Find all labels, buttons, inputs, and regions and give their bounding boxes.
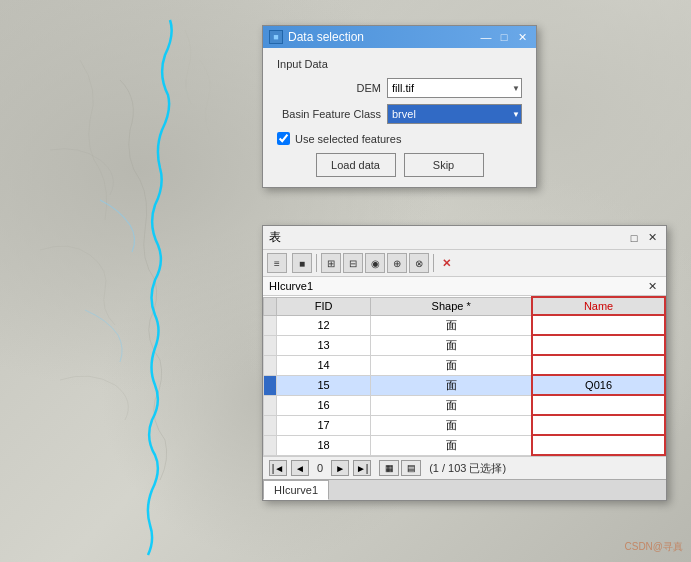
table-row[interactable]: 13 面 [264, 335, 666, 355]
dem-row: DEM fill.tif ▼ [277, 78, 522, 98]
minimize-button[interactable]: — [478, 30, 494, 44]
dialog-body: Input Data DEM fill.tif ▼ Basin Feature … [263, 48, 536, 187]
basin-select-wrapper: brvel ▼ [387, 104, 522, 124]
shape-13: 面 [371, 335, 532, 355]
input-data-label: Input Data [277, 58, 522, 70]
table-row[interactable]: 17 面 [264, 415, 666, 435]
toolbar-icon-4[interactable]: ⊟ [343, 253, 363, 273]
use-selected-row: Use selected features [277, 132, 522, 145]
nav-next-button[interactable]: ► [331, 460, 349, 476]
table-title: 表 [269, 229, 281, 246]
fid-17: 17 [277, 415, 371, 435]
tabs-row: HIcurve1 [263, 479, 666, 500]
use-selected-label: Use selected features [295, 133, 401, 145]
row-selector-14 [264, 355, 277, 375]
fid-15: 15 [277, 375, 371, 395]
dialog-titlebar: ■ Data selection — □ ✕ [263, 26, 536, 48]
basin-feature-row: Basin Feature Class brvel ▼ [277, 104, 522, 124]
name-17 [532, 415, 665, 435]
skip-button[interactable]: Skip [404, 153, 484, 177]
nav-prev-button[interactable]: ◄ [291, 460, 309, 476]
titlebar-buttons: — □ ✕ [478, 30, 530, 44]
name-12 [532, 315, 665, 335]
dem-label: DEM [277, 82, 387, 94]
dialog-title: Data selection [288, 30, 364, 44]
table-toolbar: ≡ ■ ⊞ ⊟ ◉ ⊕ ⊗ ✕ [263, 250, 666, 277]
table-maximize-button[interactable]: □ [626, 231, 642, 245]
toolbar-icon-3[interactable]: ⊞ [321, 253, 341, 273]
table-row[interactable]: 12 面 [264, 315, 666, 335]
dem-select[interactable]: fill.tif [387, 78, 522, 98]
data-table: FID Shape * Name 12 面 13 面 [263, 296, 666, 456]
toolbar-icon-1[interactable]: ≡ [267, 253, 287, 273]
row-selector-12 [264, 315, 277, 335]
row-selector-16 [264, 395, 277, 415]
selection-info: (1 / 103 已选择) [429, 461, 506, 476]
tab-hicurve1[interactable]: HIcurve1 [263, 480, 329, 500]
fid-14: 14 [277, 355, 371, 375]
dialog-app-icon: ■ [269, 30, 283, 44]
nav-icons: ▦ ▤ [379, 460, 421, 476]
shape-16: 面 [371, 395, 532, 415]
row-selector-17 [264, 415, 277, 435]
fid-13: 13 [277, 335, 371, 355]
table-content: FID Shape * Name 12 面 13 面 [263, 296, 666, 456]
nav-icon-grid[interactable]: ▦ [379, 460, 399, 476]
nav-first-button[interactable]: |◄ [269, 460, 287, 476]
name-15: Q016 [532, 375, 665, 395]
row-selector-header [264, 297, 277, 315]
nav-last-button[interactable]: ►| [353, 460, 371, 476]
shape-18: 面 [371, 435, 532, 455]
dem-select-wrapper: fill.tif ▼ [387, 78, 522, 98]
fid-16: 16 [277, 395, 371, 415]
fid-12: 12 [277, 315, 371, 335]
shape-14: 面 [371, 355, 532, 375]
toolbar-delete-button[interactable]: ✕ [438, 255, 454, 271]
basin-feature-value[interactable]: brvel [387, 104, 522, 124]
name-16 [532, 395, 665, 415]
table-window: 表 □ ✕ ≡ ■ ⊞ ⊟ ◉ ⊕ ⊗ ✕ HIcurve1 ✕ FID Sha… [262, 225, 667, 501]
nav-current: 0 [313, 462, 327, 474]
fid-18: 18 [277, 435, 371, 455]
toolbar-icon-5[interactable]: ◉ [365, 253, 385, 273]
table-titlebar-right: □ ✕ [626, 231, 660, 245]
shape-17: 面 [371, 415, 532, 435]
shape-15: 面 [371, 375, 532, 395]
row-selector-18 [264, 435, 277, 455]
name-14 [532, 355, 665, 375]
button-row: Load data Skip [277, 153, 522, 177]
close-button[interactable]: ✕ [514, 30, 530, 44]
titlebar-left: ■ Data selection [269, 30, 364, 44]
nav-icon-list[interactable]: ▤ [401, 460, 421, 476]
toolbar-icon-2[interactable]: ■ [292, 253, 312, 273]
toolbar-icon-7[interactable]: ⊗ [409, 253, 429, 273]
table-row-selected[interactable]: 15 面 Q016 [264, 375, 666, 395]
row-selector-13 [264, 335, 277, 355]
table-row[interactable]: 16 面 [264, 395, 666, 415]
data-selection-dialog: ■ Data selection — □ ✕ Input Data DEM fi… [262, 25, 537, 188]
name-18 [532, 435, 665, 455]
table-navigation: |◄ ◄ 0 ► ►| ▦ ▤ (1 / 103 已选择) [263, 456, 666, 479]
layer-name-row: HIcurve1 ✕ [263, 277, 666, 296]
layer-close-button[interactable]: ✕ [644, 279, 660, 293]
use-selected-checkbox[interactable] [277, 132, 290, 145]
toolbar-icon-6[interactable]: ⊕ [387, 253, 407, 273]
table-row[interactable]: 14 面 [264, 355, 666, 375]
name-13 [532, 335, 665, 355]
layer-name: HIcurve1 [269, 280, 313, 292]
table-titlebar: 表 □ ✕ [263, 226, 666, 250]
shape-header: Shape * [371, 297, 532, 315]
restore-button[interactable]: □ [496, 30, 512, 44]
basin-feature-label: Basin Feature Class [277, 108, 387, 120]
row-selector-15 [264, 375, 277, 395]
table-row[interactable]: 18 面 [264, 435, 666, 455]
table-close-button[interactable]: ✕ [644, 231, 660, 245]
name-header: Name [532, 297, 665, 315]
watermark: CSDN@寻真 [625, 540, 684, 554]
load-data-button[interactable]: Load data [316, 153, 396, 177]
fid-header: FID [277, 297, 371, 315]
shape-12: 面 [371, 315, 532, 335]
